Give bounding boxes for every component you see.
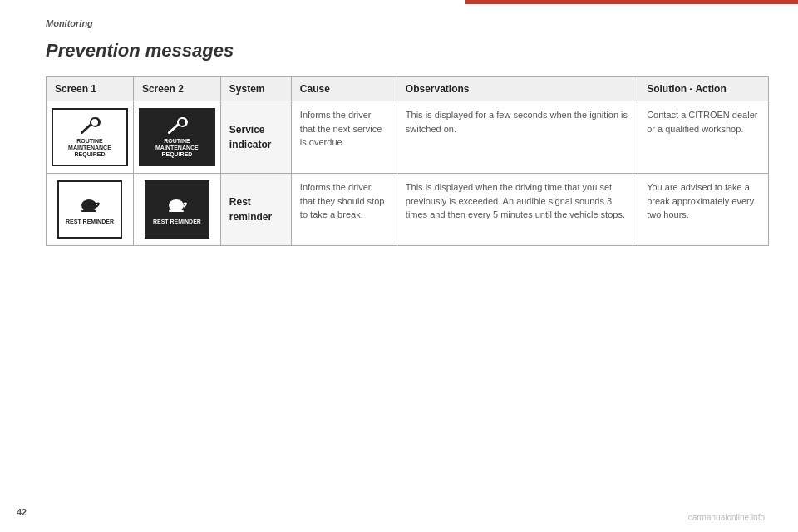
watermark: carmanualonline.info: [688, 513, 765, 522]
solution-cell: You are advised to take a break approxim…: [638, 174, 769, 246]
cause-cell: Informs the driver that they should stop…: [291, 174, 397, 246]
col-header-solution: Solution - Action: [638, 77, 769, 101]
table-row: REST REMINDERREST REMINDERRest reminderI…: [47, 174, 769, 246]
screen1-cell: REST REMINDER: [47, 174, 134, 246]
svg-rect-2: [81, 210, 96, 212]
screen1-label: ROUTINE MAINTENANCE REQUIRED: [60, 138, 120, 159]
page-heading: Prevention messages: [46, 40, 765, 62]
screen1-label: REST REMINDER: [66, 219, 114, 225]
section-title: Monitoring: [46, 18, 765, 28]
top-bar-accent: [466, 0, 798, 4]
col-header-system: System: [220, 77, 291, 101]
screen2-label: REST REMINDER: [153, 219, 201, 225]
col-header-screen1: Screen 1: [47, 77, 134, 101]
table-row: ROUTINE MAINTENANCE REQUIREDROUTINE MAIN…: [47, 101, 769, 174]
screen2-cell: REST REMINDER: [133, 174, 220, 246]
wrench-icon: [78, 116, 101, 138]
system-cell: Rest reminder: [220, 174, 291, 246]
page-number: 42: [17, 507, 27, 517]
screen1-cell: ROUTINE MAINTENANCE REQUIRED: [47, 101, 134, 174]
screen2-label: ROUTINE MAINTENANCE REQUIRED: [147, 138, 207, 159]
col-header-cause: Cause: [291, 77, 397, 101]
svg-point-3: [169, 200, 184, 211]
svg-rect-5: [169, 210, 184, 212]
col-header-screen2: Screen 2: [133, 77, 220, 101]
screen2-cell: ROUTINE MAINTENANCE REQUIRED: [133, 101, 220, 174]
solution-cell: Contact a CITROËN dealer or a qualified …: [638, 101, 769, 174]
table-header-row: Screen 1 Screen 2 System Cause Observati…: [47, 77, 769, 101]
observations-cell: This is displayed for a few seconds when…: [397, 101, 638, 174]
prevention-messages-table: Screen 1 Screen 2 System Cause Observati…: [46, 76, 769, 246]
coffee-icon: [78, 194, 101, 219]
system-cell: Service indicator: [220, 101, 291, 174]
page-container: Monitoring Prevention messages Screen 1 …: [0, 0, 798, 532]
svg-point-0: [81, 200, 96, 211]
cause-cell: Informs the driver that the next service…: [291, 101, 397, 174]
wrench-icon-dark: [165, 116, 189, 138]
observations-cell: This is displayed when the driving time …: [397, 174, 638, 246]
col-header-observations: Observations: [397, 77, 638, 101]
coffee-icon-dark: [165, 194, 189, 219]
